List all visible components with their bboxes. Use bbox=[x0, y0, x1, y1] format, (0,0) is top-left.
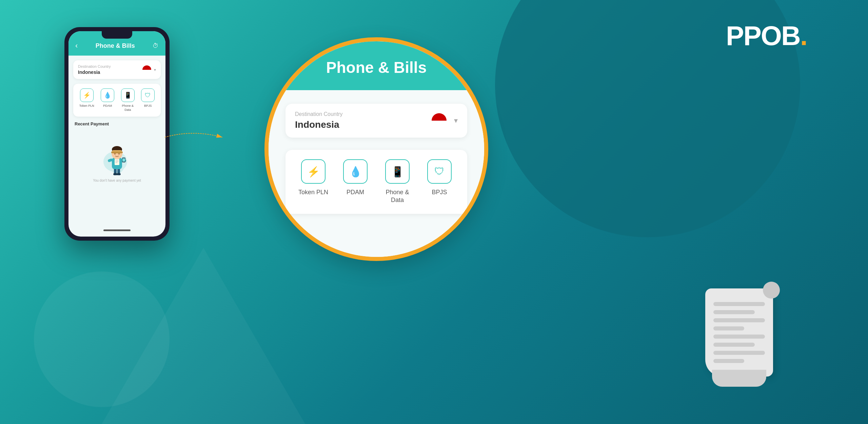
document-lines bbox=[705, 288, 773, 374]
doc-circle bbox=[763, 282, 780, 299]
indonesia-flag-small bbox=[142, 65, 151, 74]
zoom-pdam-label: PDAM bbox=[347, 188, 364, 196]
empty-state-text: You don't have any payment yet bbox=[93, 179, 141, 182]
token-pln-icon: ⚡ bbox=[80, 88, 94, 102]
zoom-header: Phone & Bills bbox=[269, 41, 484, 90]
zoom-pdam-icon: 💧 bbox=[343, 159, 368, 184]
phone-notch bbox=[102, 31, 132, 39]
back-button[interactable]: ‹ bbox=[75, 41, 78, 50]
doc-line-7 bbox=[713, 351, 765, 355]
destination-right: ▾ bbox=[142, 65, 156, 74]
svg-point-14 bbox=[114, 153, 116, 155]
destination-value: Indonesia bbox=[78, 69, 111, 75]
zoom-body: Destination Country Indonesia ▾ ⚡ Token … bbox=[269, 90, 484, 257]
document-illustration bbox=[705, 288, 780, 387]
svg-point-15 bbox=[118, 153, 120, 155]
app-title: Phone & Bills bbox=[96, 42, 135, 49]
bg-triangle bbox=[102, 248, 305, 424]
zoom-service-token-pln[interactable]: ⚡ Token PLN bbox=[296, 159, 330, 204]
doc-line-2 bbox=[713, 310, 755, 314]
zoom-chevron-icon[interactable]: ▾ bbox=[454, 116, 458, 125]
recent-payment-title: Recent Payment bbox=[73, 121, 161, 126]
zoom-flag-red bbox=[432, 113, 447, 121]
destination-card[interactable]: Destination Country Indonesia ▾ bbox=[73, 60, 161, 79]
pdam-label: PDAM bbox=[103, 104, 112, 108]
zoom-service-bpjs[interactable]: 🛡 BPJS bbox=[422, 159, 456, 204]
zoom-title: Phone & Bills bbox=[289, 58, 464, 77]
svg-rect-17 bbox=[115, 160, 119, 160]
svg-rect-18 bbox=[115, 161, 119, 162]
zoom-service-pdam[interactable]: 💧 PDAM bbox=[338, 159, 372, 204]
doc-line-4 bbox=[713, 326, 744, 330]
flag-white bbox=[142, 70, 151, 74]
indonesia-flag-large bbox=[432, 113, 447, 128]
zoom-bpjs-label: BPJS bbox=[432, 188, 447, 196]
zoom-flag-white bbox=[432, 121, 447, 128]
destination-info: Destination Country Indonesia bbox=[78, 64, 111, 75]
doc-line-6 bbox=[713, 343, 755, 347]
zoom-dest-right: ▾ bbox=[432, 113, 458, 128]
document-body bbox=[705, 288, 773, 377]
doc-line-1 bbox=[713, 302, 765, 306]
svg-rect-19 bbox=[115, 162, 118, 163]
svg-rect-9 bbox=[122, 158, 125, 162]
destination-label: Destination Country bbox=[78, 64, 111, 68]
zoom-service-phone-data[interactable]: 📱 Phone &Data bbox=[380, 159, 414, 204]
zoom-destination-card[interactable]: Destination Country Indonesia ▾ bbox=[285, 104, 467, 138]
service-bpjs[interactable]: 🛡 BPJS bbox=[141, 88, 155, 112]
doc-line-8 bbox=[713, 359, 744, 363]
bpjs-label: BPJS bbox=[144, 104, 152, 108]
zoom-dest-label: Destination Country bbox=[295, 111, 343, 117]
zoom-destination-info: Destination Country Indonesia bbox=[295, 111, 343, 130]
service-token-pln[interactable]: ⚡ Token PLN bbox=[79, 88, 94, 112]
ppob-logo: PPOB. bbox=[726, 20, 807, 52]
chevron-down-icon[interactable]: ▾ bbox=[154, 67, 156, 72]
token-pln-label: Token PLN bbox=[79, 104, 94, 108]
doc-line-3 bbox=[713, 318, 765, 322]
zoom-dest-value: Indonesia bbox=[295, 119, 343, 130]
zoom-bpjs-icon: 🛡 bbox=[427, 159, 452, 184]
document-scroll bbox=[712, 370, 766, 387]
pdam-icon: 💧 bbox=[101, 88, 114, 102]
svg-rect-13 bbox=[111, 152, 123, 153]
phone-screen: ‹ Phone & Bills ⏱ Destination Country In… bbox=[68, 31, 165, 237]
zoom-phone-data-label: Phone &Data bbox=[386, 188, 409, 204]
zoom-services-row: ⚡ Token PLN 💧 PDAM 📱 Phone &Data 🛡 BPJS bbox=[285, 150, 467, 214]
flag-red bbox=[142, 65, 151, 70]
arrow-connector bbox=[163, 112, 278, 163]
empty-state: You don't have any payment yet bbox=[73, 131, 161, 189]
history-icon[interactable]: ⏱ bbox=[153, 42, 159, 49]
doc-line-5 bbox=[713, 335, 765, 339]
phone-shell: ‹ Phone & Bills ⏱ Destination Country In… bbox=[64, 27, 170, 241]
phone-data-label: Phone &Data bbox=[122, 104, 134, 112]
phone-mockup: ‹ Phone & Bills ⏱ Destination Country In… bbox=[64, 27, 170, 241]
zoom-phone-data-icon: 📱 bbox=[385, 159, 410, 184]
service-phone-data[interactable]: 📱 Phone &Data bbox=[121, 88, 135, 112]
service-pdam[interactable]: 💧 PDAM bbox=[101, 88, 114, 112]
ppob-name: PPOB bbox=[726, 21, 800, 51]
zoom-token-pln-icon: ⚡ bbox=[301, 159, 326, 184]
bpjs-icon: 🛡 bbox=[141, 88, 155, 102]
person-illustration bbox=[102, 138, 132, 175]
zoom-circle: Phone & Bills Destination Country Indone… bbox=[264, 37, 488, 261]
service-icons-row: ⚡ Token PLN 💧 PDAM 📱 Phone &Data 🛡 BPJS bbox=[73, 84, 161, 117]
ppob-dot: . bbox=[800, 21, 807, 51]
zoom-token-pln-label: Token PLN bbox=[298, 188, 328, 196]
phone-data-icon: 📱 bbox=[121, 88, 135, 102]
app-body: Destination Country Indonesia ▾ ⚡ bbox=[68, 56, 165, 194]
phone-home-bar bbox=[103, 229, 131, 231]
